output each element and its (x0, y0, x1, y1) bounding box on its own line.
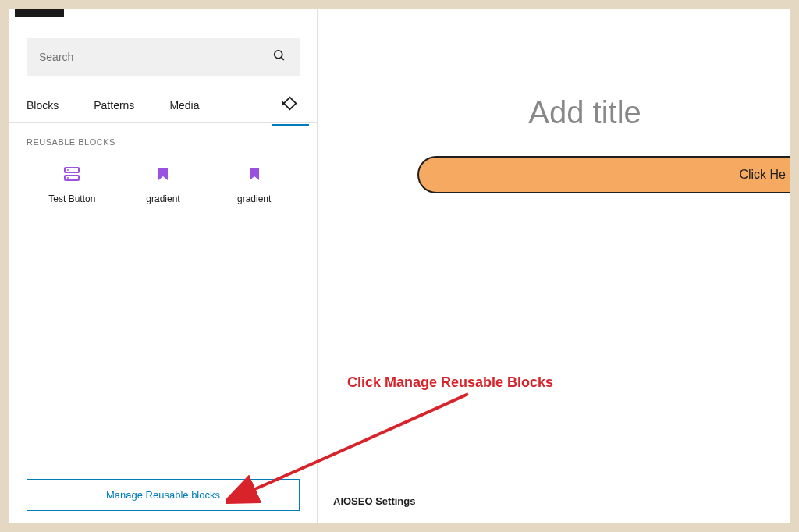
inserter-tabs: Blocks Patterns Media (9, 88, 317, 123)
aioseo-settings-label[interactable]: AIOSEO Settings (333, 495, 415, 507)
block-item-gradient-2[interactable]: gradient (208, 164, 300, 204)
tab-blocks[interactable]: Blocks (27, 90, 59, 121)
block-item-label: gradient (208, 193, 300, 204)
tab-reusable-icon[interactable] (281, 88, 300, 122)
search-field-wrapper[interactable] (27, 38, 300, 76)
bookmark-icon (208, 164, 300, 184)
button-block-icon (27, 164, 118, 184)
tab-patterns[interactable]: Patterns (94, 90, 134, 121)
search-icon (272, 48, 287, 66)
block-item-label: gradient (118, 193, 209, 204)
reusable-block-grid: Test Button gradient gradient (9, 153, 317, 215)
annotation-label: Click Manage Reusable Blocks (347, 374, 553, 391)
svg-rect-3 (65, 168, 79, 172)
tab-media[interactable]: Media (169, 90, 199, 121)
svg-rect-2 (284, 98, 297, 110)
svg-rect-4 (65, 176, 79, 180)
bookmark-icon (118, 164, 209, 184)
svg-point-5 (67, 169, 69, 171)
block-item-test-button[interactable]: Test Button (27, 164, 118, 204)
block-item-gradient-1[interactable]: gradient (118, 164, 209, 204)
block-inserter-sidebar: Blocks Patterns Media REUSABLE BLOCKS (9, 9, 318, 523)
block-item-label: Test Button (27, 193, 118, 204)
section-title: REUSABLE BLOCKS (9, 123, 317, 153)
manage-reusable-blocks-button[interactable]: Manage Reusable blocks (27, 479, 300, 511)
svg-line-1 (282, 58, 284, 60)
search-input[interactable] (39, 51, 272, 63)
post-title-input[interactable]: Add title (318, 95, 790, 130)
svg-point-0 (275, 51, 282, 59)
svg-point-6 (67, 177, 69, 179)
editor-button-block[interactable]: Click He (417, 156, 790, 193)
editor-canvas: Add title Click He Click Manage Reusable… (318, 9, 790, 523)
